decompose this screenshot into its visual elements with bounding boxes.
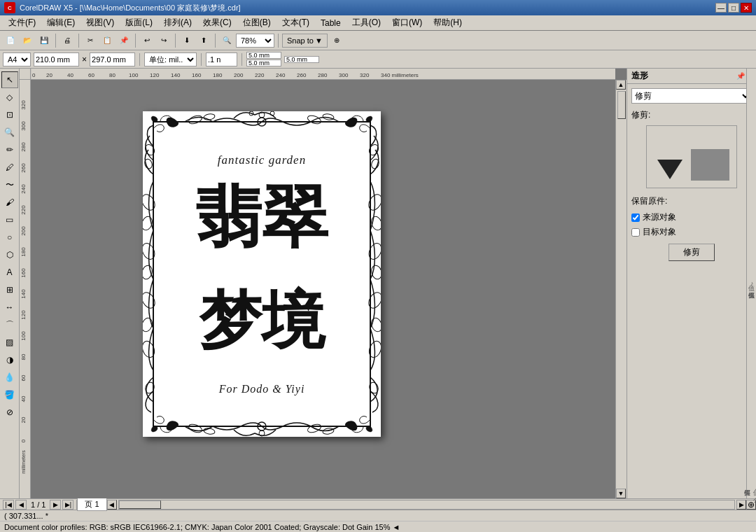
svg-text:80: 80 bbox=[109, 72, 115, 78]
scroll-down-button[interactable]: ▼ bbox=[616, 489, 626, 498]
svg-text:260: 260 bbox=[297, 72, 307, 78]
undo-button[interactable]: ↩ bbox=[139, 33, 155, 48]
maximize-button[interactable]: □ bbox=[728, 3, 739, 13]
prop-separator-2 bbox=[201, 53, 202, 66]
connector-tool[interactable]: ⌒ bbox=[1, 316, 18, 333]
preview-shape-source bbox=[657, 160, 682, 179]
menu-item-位图b[interactable]: 位图(B) bbox=[237, 15, 276, 30]
zoom-select[interactable]: 78% 100% 50% bbox=[236, 34, 274, 48]
paste-button[interactable]: 📌 bbox=[116, 33, 132, 48]
bezier-tool[interactable]: 〜 bbox=[1, 176, 18, 193]
redo-button[interactable]: ↪ bbox=[156, 33, 172, 48]
right-strip-logo: 值♪么 值得买 bbox=[743, 484, 757, 491]
target-object-row: 目标对象 bbox=[631, 226, 752, 238]
scroll-thumb-v[interactable] bbox=[617, 91, 626, 119]
snap-options-button[interactable]: ⊕ bbox=[329, 33, 344, 48]
page-1-tab[interactable]: 页 1 bbox=[77, 498, 106, 511]
menu-item-排列a[interactable]: 排列(A) bbox=[158, 15, 197, 30]
h-scroll-left-button[interactable]: ◀ bbox=[107, 500, 117, 510]
ellipse-tool[interactable]: ○ bbox=[1, 229, 18, 246]
svg-text:20: 20 bbox=[20, 416, 27, 423]
menu-item-编辑e[interactable]: 编辑(E) bbox=[41, 15, 80, 30]
svg-text:280: 280 bbox=[318, 72, 328, 78]
cut-button[interactable]: ✂ bbox=[83, 33, 98, 48]
h-scroll-expand[interactable]: ⊕ bbox=[746, 500, 756, 510]
close-button[interactable]: ✕ bbox=[741, 3, 752, 13]
panel-pin-button[interactable]: 📌 bbox=[736, 72, 745, 80]
svg-point-66 bbox=[203, 428, 215, 435]
menu-item-文本t[interactable]: 文本(T) bbox=[276, 15, 315, 30]
menu-item-效果c[interactable]: 效果(C) bbox=[197, 15, 237, 30]
menu-item-table[interactable]: Table bbox=[315, 17, 346, 29]
select-tool[interactable]: ↖ bbox=[1, 71, 18, 88]
panel-header: 造形 📌 ✕ bbox=[627, 69, 756, 84]
trim-action-button[interactable]: 修剪 bbox=[668, 244, 715, 261]
prop-separator-1 bbox=[139, 53, 140, 66]
val1-input[interactable] bbox=[246, 52, 281, 59]
ruler-corner bbox=[20, 69, 31, 80]
shaping-mode-select[interactable]: 修剪 bbox=[631, 88, 752, 104]
svg-text:120: 120 bbox=[20, 310, 27, 320]
menu-item-视图v[interactable]: 视图(V) bbox=[80, 15, 120, 30]
menu-item-版面l[interactable]: 版面(L) bbox=[120, 15, 158, 30]
copy-button[interactable]: 📋 bbox=[99, 33, 115, 48]
eyedropper-tool[interactable]: 💧 bbox=[1, 369, 18, 386]
page-last-button[interactable]: ▶| bbox=[62, 500, 74, 510]
val3-input[interactable] bbox=[284, 56, 319, 63]
menu-item-文件f[interactable]: 文件(F) bbox=[3, 15, 41, 30]
canvas-text-bottom: For Dodo & Yiyi bbox=[143, 383, 381, 396]
toolbar-separator-5 bbox=[215, 34, 216, 48]
export-button[interactable]: ⬆ bbox=[196, 33, 211, 48]
snap-to-button[interactable]: Snap to ▼ bbox=[282, 34, 328, 48]
page-next-button[interactable]: ▶ bbox=[50, 500, 61, 510]
val2-input[interactable] bbox=[246, 59, 281, 66]
minimize-button[interactable]: — bbox=[715, 3, 727, 13]
source-object-checkbox[interactable] bbox=[631, 214, 640, 222]
freehand-tool[interactable]: ✏ bbox=[1, 141, 18, 158]
interactive-fill-tool[interactable]: 🪣 bbox=[1, 386, 18, 403]
page-width-input[interactable] bbox=[34, 52, 79, 66]
transparency-tool[interactable]: ◑ bbox=[1, 351, 18, 368]
toolbar: 📄 📂 💾 🖨 ✂ 📋 📌 ↩ ↪ ⬇ ⬆ 🔍 78% 100% 50% Sna… bbox=[0, 31, 756, 50]
canvas-area[interactable]: 0 20 40 60 80 100 120 140 160 180 200 22… bbox=[20, 69, 626, 498]
rectangle-tool[interactable]: ▭ bbox=[1, 211, 18, 228]
open-button[interactable]: 📂 bbox=[20, 33, 35, 48]
crop-tool[interactable]: ⊡ bbox=[1, 106, 18, 123]
zoom-tool[interactable]: 🔍 bbox=[1, 124, 18, 141]
menu-item-帮助h[interactable]: 帮助(H) bbox=[428, 15, 468, 30]
pen-tool[interactable]: 🖊 bbox=[1, 159, 18, 176]
polygon-tool[interactable]: ⬡ bbox=[1, 246, 18, 263]
svg-text:280: 280 bbox=[20, 142, 27, 152]
fill-tool[interactable]: ▨ bbox=[1, 334, 18, 351]
h-scroll-thumb[interactable] bbox=[119, 500, 161, 509]
artmedium-tool[interactable]: 🖌 bbox=[1, 194, 18, 211]
new-button[interactable]: 📄 bbox=[3, 33, 18, 48]
menu-item-工具o[interactable]: 工具(O) bbox=[346, 15, 386, 30]
target-object-checkbox[interactable] bbox=[631, 228, 640, 237]
canvas-text-top: fantastic garden bbox=[143, 153, 381, 167]
svg-text:320: 320 bbox=[360, 72, 370, 78]
import-button[interactable]: ⬇ bbox=[179, 33, 195, 48]
target-object-label: 目标对象 bbox=[643, 226, 676, 238]
page-height-input[interactable] bbox=[90, 52, 135, 66]
save-button[interactable]: 💾 bbox=[36, 33, 52, 48]
shape-tool[interactable]: ◇ bbox=[1, 89, 18, 106]
page-prev-button[interactable]: ◀ bbox=[15, 500, 27, 510]
unit-select[interactable]: 单位: mil... bbox=[144, 52, 197, 66]
print-button[interactable]: 🖨 bbox=[59, 33, 75, 48]
shaping-preview bbox=[646, 125, 737, 188]
svg-text:340 millimeters: 340 millimeters bbox=[381, 72, 419, 78]
table-tool[interactable]: ⊞ bbox=[1, 281, 18, 298]
h-scroll-right-button[interactable]: ▶ bbox=[736, 500, 746, 510]
page-first-button[interactable]: |◀ bbox=[3, 500, 14, 510]
zoom-out-button[interactable]: 🔍 bbox=[219, 33, 234, 48]
text-tool[interactable]: A bbox=[1, 264, 18, 281]
vertical-scrollbar[interactable]: ▲ ▼ bbox=[615, 80, 626, 498]
dimension-tool[interactable]: ↔ bbox=[1, 299, 18, 316]
menu-item-窗口w[interactable]: 窗口(W) bbox=[386, 15, 428, 30]
scroll-up-button[interactable]: ▲ bbox=[616, 80, 626, 90]
page-canvas[interactable]: fantastic garden 翡翠 梦境 For Dodo & Yiyi bbox=[143, 111, 381, 437]
page-size-select[interactable]: A4 bbox=[3, 52, 31, 66]
nudge-input[interactable] bbox=[206, 52, 237, 66]
outline-tool[interactable]: ⊘ bbox=[1, 404, 18, 421]
